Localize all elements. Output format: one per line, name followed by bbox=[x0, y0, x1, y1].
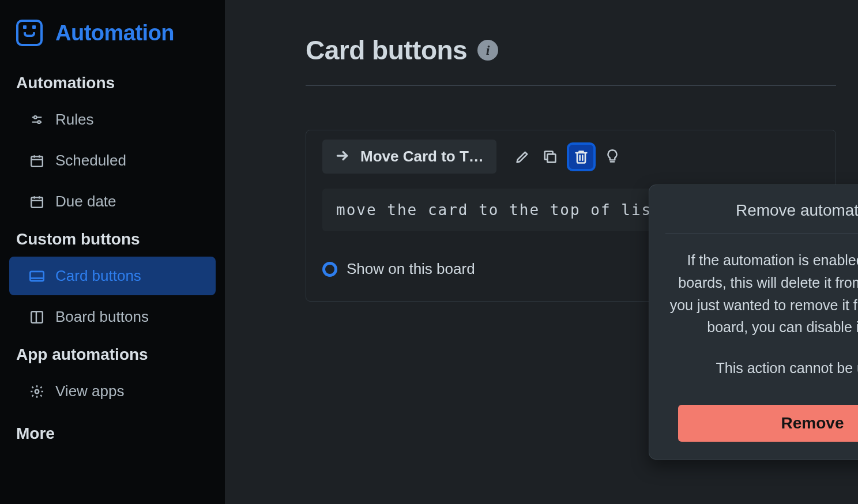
popover-text-1: If the automation is enabled on multiple… bbox=[668, 249, 858, 338]
nav-label: Due date bbox=[55, 193, 116, 210]
board-icon bbox=[29, 310, 45, 325]
automation-icon bbox=[16, 20, 43, 46]
page-header: Card buttons i bbox=[306, 35, 836, 86]
nav-label: Rules bbox=[55, 111, 93, 129]
sidebar: Automation Automations Rules Scheduled D… bbox=[0, 0, 225, 504]
info-icon[interactable]: i bbox=[477, 40, 498, 61]
remove-popover: Remove automation? If the automation is … bbox=[649, 185, 858, 460]
card-toolbar: Move Card to T… bbox=[322, 140, 819, 174]
nav-item-rules[interactable]: Rules bbox=[9, 100, 216, 139]
gear-icon bbox=[29, 384, 45, 399]
svg-rect-8 bbox=[31, 197, 43, 207]
svg-rect-12 bbox=[30, 271, 43, 280]
svg-rect-18 bbox=[547, 154, 555, 162]
lightbulb-icon[interactable] bbox=[603, 147, 622, 167]
sliders-icon bbox=[29, 114, 45, 126]
calendar-icon bbox=[29, 194, 45, 209]
section-heading-more: More bbox=[0, 413, 225, 443]
chip-label: Move Card to T… bbox=[360, 148, 484, 166]
radio-icon bbox=[322, 262, 337, 277]
section-heading-app-automations: App automations bbox=[0, 338, 225, 370]
nav-item-scheduled[interactable]: Scheduled bbox=[9, 141, 216, 180]
card-icon bbox=[29, 270, 45, 283]
popover-text-2: This action cannot be undone. bbox=[668, 357, 858, 379]
nav-item-board-buttons[interactable]: Board buttons bbox=[9, 298, 216, 336]
nav-item-due-date[interactable]: Due date bbox=[9, 182, 216, 221]
edit-icon[interactable] bbox=[513, 147, 532, 167]
nav-label: Board buttons bbox=[55, 308, 149, 326]
popover-title: Remove automation? bbox=[665, 201, 858, 234]
popover-body: If the automation is enabled on multiple… bbox=[665, 234, 858, 379]
calendar-icon bbox=[29, 153, 45, 168]
card-button-chip[interactable]: Move Card to T… bbox=[322, 140, 496, 174]
arrow-right-icon bbox=[335, 148, 350, 166]
svg-rect-4 bbox=[31, 156, 43, 166]
nav-label: View apps bbox=[55, 382, 125, 400]
svg-point-1 bbox=[34, 116, 37, 119]
svg-point-3 bbox=[37, 121, 40, 123]
remove-button[interactable]: Remove bbox=[678, 405, 858, 442]
app-title: Automation bbox=[55, 21, 174, 46]
svg-point-16 bbox=[35, 389, 39, 393]
logo-row: Automation bbox=[0, 14, 225, 67]
page-title: Card buttons bbox=[306, 35, 467, 66]
section-heading-automations: Automations bbox=[0, 67, 225, 98]
main-content: Card buttons i Move Card to T… bbox=[225, 0, 858, 504]
copy-icon[interactable] bbox=[540, 147, 560, 167]
section-heading-custom-buttons: Custom buttons bbox=[0, 223, 225, 254]
nav-label: Scheduled bbox=[55, 152, 126, 170]
delete-icon[interactable] bbox=[568, 144, 594, 170]
nav-item-view-apps[interactable]: View apps bbox=[9, 372, 216, 411]
radio-label: Show on this board bbox=[347, 260, 475, 278]
card-actions bbox=[513, 144, 841, 170]
nav-label: Card buttons bbox=[55, 267, 141, 285]
nav-item-card-buttons[interactable]: Card buttons bbox=[9, 257, 216, 295]
